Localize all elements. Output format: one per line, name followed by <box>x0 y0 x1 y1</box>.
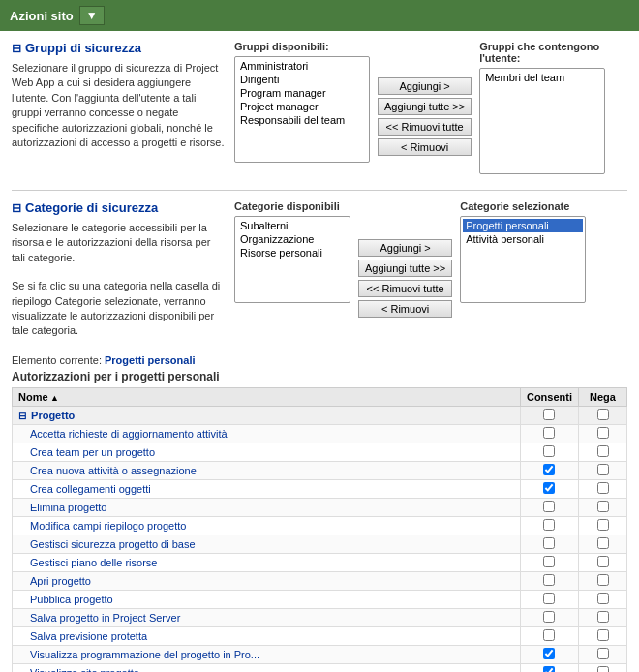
group-nega-checkbox[interactable] <box>597 409 609 420</box>
perm-row-consenti[interactable] <box>520 626 578 645</box>
security-categories-right: Categorie disponibili Subalterni Organiz… <box>234 200 627 339</box>
perm-row-nega[interactable] <box>579 608 627 626</box>
nega-checkbox[interactable] <box>597 629 609 641</box>
add-all-categories-button[interactable]: Aggiungi tutte >> <box>358 260 452 277</box>
add-category-button[interactable]: Aggiungi > <box>358 239 452 257</box>
perm-row-nega[interactable] <box>579 461 627 479</box>
consenti-checkbox[interactable] <box>543 445 555 457</box>
remove-all-categories-button[interactable]: << Rimuovi tutte <box>358 280 452 297</box>
nega-checkbox[interactable] <box>597 556 609 567</box>
selected-category-option[interactable]: Attività personali <box>463 232 583 246</box>
nega-checkbox[interactable] <box>597 611 609 623</box>
remove-all-groups-button[interactable]: << Rimuovi tutte <box>378 118 472 136</box>
consenti-checkbox[interactable] <box>543 519 555 531</box>
consenti-checkbox[interactable] <box>543 611 555 623</box>
perm-row-nega[interactable] <box>579 535 627 553</box>
selected-categories-list[interactable]: Progetti personali Attività personali <box>460 216 586 303</box>
consenti-checkbox[interactable] <box>543 593 555 604</box>
consenti-checkbox[interactable] <box>543 482 555 494</box>
nega-checkbox[interactable] <box>597 501 609 512</box>
available-groups-list[interactable]: Amministratori Dirigenti Program manager… <box>234 56 370 163</box>
remove-group-button[interactable]: < Rimuovi <box>378 138 472 156</box>
nega-checkbox[interactable] <box>597 648 609 659</box>
available-group-option[interactable]: Program manager <box>237 86 367 100</box>
perm-row-consenti[interactable] <box>520 498 578 516</box>
perm-row-consenti[interactable] <box>520 516 578 535</box>
nega-checkbox[interactable] <box>597 593 609 604</box>
consenti-checkbox[interactable] <box>543 574 555 586</box>
group-consenti-checkbox[interactable] <box>543 409 555 420</box>
perm-row-nega[interactable] <box>579 590 627 608</box>
perm-group-row: ⊟ Progetto <box>13 406 627 424</box>
security-categories-left: ⊟ Categorie di sicurezza Selezionare le … <box>12 200 225 339</box>
nega-checkbox[interactable] <box>597 464 609 475</box>
available-group-option[interactable]: Project manager <box>237 100 367 113</box>
selected-groups-list[interactable]: Membri del team <box>479 68 605 174</box>
group-row-nega[interactable] <box>579 406 627 424</box>
available-group-option[interactable]: Dirigenti <box>237 73 367 86</box>
consenti-checkbox[interactable] <box>543 537 555 549</box>
perm-row-nega[interactable] <box>579 479 627 498</box>
permissions-table: Nome Consenti Nega ⊟ Progetto Accetta ri… <box>12 387 627 672</box>
available-group-option[interactable]: Responsabili del team <box>237 113 367 127</box>
nega-checkbox[interactable] <box>597 482 609 494</box>
nega-checkbox[interactable] <box>597 537 609 549</box>
col-consenti: Consenti <box>520 387 578 406</box>
perm-row-consenti[interactable] <box>520 424 578 443</box>
perm-row-consenti[interactable] <box>520 479 578 498</box>
perm-row-consenti[interactable] <box>520 443 578 461</box>
nega-checkbox[interactable] <box>597 666 609 672</box>
perm-row-consenti[interactable] <box>520 571 578 590</box>
available-group-option[interactable]: Amministratori <box>237 59 367 73</box>
perm-row-nega[interactable] <box>579 443 627 461</box>
nega-checkbox[interactable] <box>597 427 609 439</box>
consenti-checkbox[interactable] <box>543 629 555 641</box>
consenti-checkbox[interactable] <box>543 666 555 672</box>
group-row-consenti[interactable] <box>520 406 578 424</box>
nega-checkbox[interactable] <box>597 445 609 457</box>
security-categories-header: ⊟ Categorie di sicurezza <box>12 200 225 215</box>
perm-row-nega[interactable] <box>579 663 627 672</box>
perm-row: Pubblica progetto <box>13 590 627 608</box>
consenti-checkbox[interactable] <box>543 648 555 659</box>
perm-row: Crea team per un progetto <box>13 443 627 461</box>
add-group-button[interactable]: Aggiungi > <box>378 77 472 95</box>
consenti-checkbox[interactable] <box>543 501 555 512</box>
selected-group-option[interactable]: Membri del team <box>482 71 602 84</box>
perm-row: Visualizza sito progetto <box>13 663 627 672</box>
consenti-checkbox[interactable] <box>543 427 555 439</box>
perm-row-consenti[interactable] <box>520 663 578 672</box>
perm-row-consenti[interactable] <box>520 608 578 626</box>
col-name[interactable]: Nome <box>13 387 521 406</box>
toolbar-title: Azioni sito <box>10 9 74 23</box>
available-category-option[interactable]: Subalterni <box>237 219 348 232</box>
remove-category-button[interactable]: < Rimuovi <box>358 300 452 318</box>
perm-row-nega[interactable] <box>579 553 627 571</box>
perm-row-consenti[interactable] <box>520 590 578 608</box>
perm-row-nega[interactable] <box>579 645 627 663</box>
collapse-icon[interactable]: ⊟ <box>12 42 21 55</box>
available-category-option[interactable]: Organizzazione <box>237 232 348 246</box>
perm-row-nega[interactable] <box>579 571 627 590</box>
perm-row-nega[interactable] <box>579 626 627 645</box>
perm-row-nega[interactable] <box>579 516 627 535</box>
consenti-checkbox[interactable] <box>543 464 555 475</box>
perm-row: Salva previsione protetta <box>13 626 627 645</box>
perm-row: Crea nuova attività o assegnazione <box>13 461 627 479</box>
group-expand-icon[interactable]: ⊟ <box>18 411 26 421</box>
nega-checkbox[interactable] <box>597 519 609 531</box>
perm-row-nega[interactable] <box>579 424 627 443</box>
add-all-groups-button[interactable]: Aggiungi tutte >> <box>378 98 472 115</box>
toolbar-dropdown[interactable]: ▼ <box>79 6 105 25</box>
perm-row-consenti[interactable] <box>520 461 578 479</box>
consenti-checkbox[interactable] <box>543 556 555 567</box>
collapse-icon-2[interactable]: ⊟ <box>12 201 21 215</box>
nega-checkbox[interactable] <box>597 574 609 586</box>
available-category-option[interactable]: Risorse personali <box>237 246 348 260</box>
perm-row-consenti[interactable] <box>520 553 578 571</box>
available-categories-list[interactable]: Subalterni Organizzazione Risorse person… <box>234 216 350 303</box>
perm-row-nega[interactable] <box>579 498 627 516</box>
perm-row-consenti[interactable] <box>520 645 578 663</box>
selected-category-option[interactable]: Progetti personali <box>463 219 583 232</box>
perm-row-consenti[interactable] <box>520 535 578 553</box>
